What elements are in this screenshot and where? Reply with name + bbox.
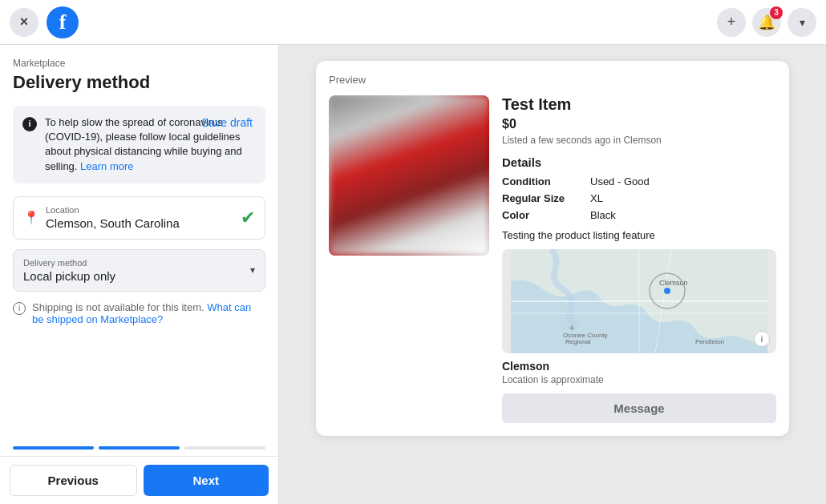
- delivery-method-inner: Delivery method Local pickup only: [23, 258, 115, 283]
- facebook-logo: f: [47, 6, 79, 38]
- left-panel: Marketplace Delivery method Save draft i…: [0, 45, 279, 504]
- svg-text:✈: ✈: [569, 324, 575, 333]
- info-icon: i: [22, 117, 37, 131]
- detail-key-condition: Condition: [502, 175, 590, 187]
- svg-text:Regional: Regional: [565, 338, 591, 345]
- next-button[interactable]: Next: [144, 465, 269, 496]
- preview-card: Preview Test Item $0 Listed a few second…: [316, 61, 789, 436]
- location-field-content: Location Clemson, South Carolina: [46, 205, 234, 231]
- delivery-method-value: Local pickup only: [23, 269, 115, 283]
- page-title: Delivery method: [13, 72, 265, 93]
- detail-val-size: XL: [590, 192, 603, 204]
- main-layout: Marketplace Delivery method Save draft i…: [0, 45, 826, 504]
- save-draft-link[interactable]: Save draft: [201, 116, 253, 129]
- right-panel: Preview Test Item $0 Listed a few second…: [279, 45, 826, 504]
- detail-key-color: Color: [502, 209, 590, 221]
- close-button[interactable]: ×: [10, 8, 38, 37]
- progress-area: [0, 437, 278, 456]
- delivery-method-label: Delivery method: [23, 258, 115, 268]
- map-svg: Clemson Oconee County Regional Pendleton…: [502, 249, 776, 353]
- top-bar: × f + 🔔 3 ▾: [0, 0, 826, 45]
- location-value: Clemson, South Carolina: [46, 216, 180, 230]
- location-pin-icon: 📍: [23, 210, 39, 225]
- shipping-note: i Shipping is not available for this ite…: [13, 301, 265, 325]
- top-bar-left: × f: [10, 6, 79, 38]
- preview-label: Preview: [329, 74, 776, 86]
- detail-row-color: Color Black: [502, 209, 776, 221]
- message-button[interactable]: Message: [502, 393, 776, 423]
- details-section-title: Details: [502, 155, 776, 169]
- svg-text:Pendleton: Pendleton: [695, 338, 724, 345]
- progress-bar-3: [184, 446, 265, 450]
- svg-point-7: [664, 288, 670, 294]
- progress-bar-2: [99, 446, 180, 450]
- location-field[interactable]: 📍 Location Clemson, South Carolina ✔: [13, 196, 265, 240]
- location-label: Location: [46, 205, 234, 215]
- notification-badge: 3: [770, 6, 783, 19]
- info-circle-icon: i: [13, 302, 26, 315]
- detail-row-condition: Condition Used - Good: [502, 175, 776, 187]
- title-row: Marketplace Delivery method Save draft: [13, 58, 265, 93]
- chevron-down-button[interactable]: ▾: [788, 8, 816, 37]
- add-button[interactable]: +: [717, 8, 746, 37]
- previous-button[interactable]: Previous: [10, 465, 137, 496]
- item-price: $0: [502, 117, 776, 131]
- top-bar-right: + 🔔 3 ▾: [717, 8, 816, 37]
- notification-button[interactable]: 🔔 3: [752, 8, 781, 37]
- progress-bar-1: [13, 446, 94, 450]
- location-approx: Location is approximate: [502, 374, 776, 385]
- bottom-buttons: Previous Next: [0, 456, 278, 504]
- item-description: Testing the product listing feature: [502, 229, 776, 241]
- preview-image: [329, 95, 489, 256]
- dropdown-arrow-icon: ▾: [250, 264, 255, 276]
- chevron-down-icon: ▾: [800, 16, 805, 29]
- item-title: Test Item: [502, 95, 776, 114]
- detail-key-size: Regular Size: [502, 192, 590, 204]
- location-name: Clemson: [502, 360, 776, 373]
- preview-image-blur: [329, 95, 489, 256]
- map-info-icon[interactable]: i: [754, 331, 770, 347]
- map-container: Clemson Oconee County Regional Pendleton…: [502, 249, 776, 353]
- preview-details: Test Item $0 Listed a few seconds ago in…: [502, 95, 776, 423]
- shipping-note-text: Shipping is not available for this item.…: [32, 301, 265, 325]
- delivery-method-dropdown[interactable]: Delivery method Local pickup only ▾: [13, 249, 265, 292]
- preview-content: Test Item $0 Listed a few seconds ago in…: [329, 95, 776, 423]
- item-listed: Listed a few seconds ago in Clemson: [502, 135, 776, 146]
- check-icon: ✔: [241, 208, 255, 228]
- detail-val-condition: Used - Good: [590, 175, 650, 187]
- breadcrumb: Marketplace: [13, 58, 265, 69]
- detail-val-color: Black: [590, 209, 616, 221]
- left-panel-content: Marketplace Delivery method Save draft i…: [0, 45, 278, 437]
- detail-row-size: Regular Size XL: [502, 192, 776, 204]
- learn-more-link[interactable]: Learn more: [80, 160, 133, 172]
